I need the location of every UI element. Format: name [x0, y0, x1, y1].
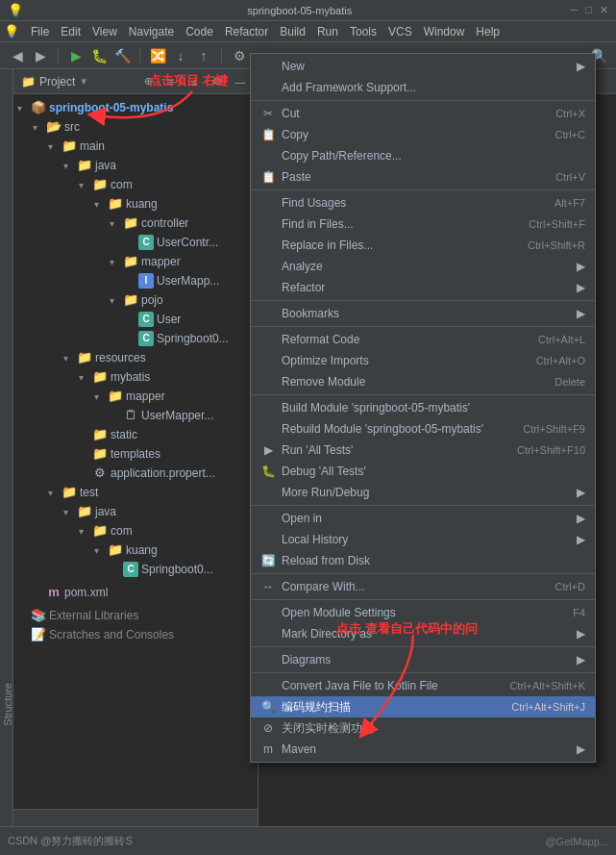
tree-item-mapper2[interactable]: ▾📁mapper	[13, 387, 258, 406]
cm-item-paste[interactable]: 📋PasteCtrl+V	[251, 166, 595, 188]
tree-item-user[interactable]: CUser	[13, 310, 258, 329]
project-dropdown-icon[interactable]: ▼	[79, 76, 88, 87]
cm-item-diagrams[interactable]: Diagrams▶	[251, 649, 595, 670]
cm-item-run-tests[interactable]: ▶Run 'All Tests'Ctrl+Shift+F10	[251, 440, 595, 461]
menu-item-view[interactable]: View	[86, 21, 123, 41]
cm-item-build-module[interactable]: Build Module 'springboot-05-mybatis'	[251, 397, 595, 418]
project-icon-settings[interactable]: ⚙	[208, 72, 227, 91]
cm-item-remove-module[interactable]: Remove ModuleDelete	[251, 371, 595, 392]
cm-item-find-usages[interactable]: Find UsagesAlt+F7	[251, 192, 595, 214]
tree-item-controller[interactable]: ▾📁controller	[13, 214, 258, 233]
tree-item-java[interactable]: ▾📁java	[13, 156, 258, 175]
cm-item-cut[interactable]: ✂CutCtrl+X	[251, 103, 595, 124]
tree-item-src[interactable]: ▾📂src	[13, 117, 258, 137]
tree-toggle[interactable]: ▾	[94, 391, 108, 402]
cm-item-analyze[interactable]: Analyze▶	[251, 256, 595, 277]
tree-item-pojo[interactable]: ▾📁pojo	[13, 290, 258, 310]
tree-item-testkuang[interactable]: ▾📁kuang	[13, 541, 258, 560]
menu-item-run[interactable]: Run	[311, 21, 344, 41]
tree-toggle[interactable]: ▾	[48, 141, 62, 152]
cm-item-compare-with[interactable]: ↔Compare With...Ctrl+D	[251, 576, 595, 597]
structure-sidebar[interactable]: Structure	[0, 69, 13, 826]
tree-item-mybatis[interactable]: ▾📁mybatis	[13, 367, 258, 387]
cm-item-code-scan[interactable]: 🔍编码规约扫描Ctrl+Alt+Shift+J	[251, 696, 595, 717]
tree-toggle[interactable]: ▾	[79, 372, 92, 383]
cm-item-reload-disk[interactable]: 🔄Reload from Disk	[251, 550, 595, 571]
tree-toggle[interactable]: ▾	[79, 526, 92, 537]
project-icon-minus[interactable]: —	[231, 72, 250, 91]
toolbar-back[interactable]: ◀	[8, 46, 27, 65]
toolbar-build[interactable]: 🔨	[112, 46, 132, 65]
toolbar-git[interactable]: 🔀	[148, 46, 167, 65]
toolbar-debug[interactable]: 🐛	[89, 46, 109, 65]
tree-toggle[interactable]: ▾	[63, 507, 77, 517]
cm-item-convert-kotlin[interactable]: Convert Java File to Kotlin FileCtrl+Alt…	[251, 675, 595, 696]
tree-item-pom[interactable]: mpom.xml	[13, 583, 258, 602]
toolbar-forward[interactable]: ▶	[31, 46, 50, 65]
cm-item-optimize-imports[interactable]: Optimize ImportsCtrl+Alt+O	[251, 350, 595, 371]
menu-item-refactor[interactable]: Refactor	[219, 21, 274, 41]
tree-item-springboot0[interactable]: CSpringboot0...	[13, 329, 258, 348]
tree-item-resources[interactable]: ▾📁resources	[13, 348, 258, 367]
cm-item-maven[interactable]: mMaven▶	[251, 739, 595, 760]
tree-item-usercontroller[interactable]: CUserContr...	[13, 233, 258, 252]
tree-item-templates[interactable]: 📁templates	[13, 444, 258, 464]
tree-item-scratches[interactable]: 📝Scratches and Consoles	[13, 625, 258, 644]
menu-item-navigate[interactable]: Navigate	[123, 21, 180, 41]
cm-item-copy-path[interactable]: Copy Path/Reference...	[251, 145, 595, 166]
tree-item-testclass[interactable]: CSpringboot0...	[13, 560, 258, 579]
cm-item-mark-directory[interactable]: Mark Directory as▶	[251, 623, 595, 644]
tree-item-kuang[interactable]: ▾📁kuang	[13, 194, 258, 214]
menu-item-build[interactable]: Build	[274, 21, 311, 41]
cm-item-add-framework[interactable]: Add Framework Support...	[251, 77, 595, 98]
cm-item-more-run[interactable]: More Run/Debug▶	[251, 482, 595, 503]
tree-toggle[interactable]: ▾	[94, 199, 108, 210]
tree-toggle[interactable]: ▾	[33, 122, 46, 133]
menu-item-window[interactable]: Window	[418, 21, 471, 41]
tree-toggle[interactable]: ▾	[79, 180, 92, 190]
menu-item-vcs[interactable]: VCS	[382, 21, 418, 41]
cm-item-replace-files[interactable]: Replace in Files...Ctrl+Shift+R	[251, 235, 595, 256]
cm-item-debug-tests[interactable]: 🐛Debug 'All Tests'	[251, 461, 595, 482]
tree-item-usermapper2[interactable]: 🗒UserMapper...	[13, 406, 258, 425]
tree-toggle[interactable]: ▾	[63, 353, 77, 364]
tree-toggle[interactable]: ▾	[110, 257, 123, 267]
tree-item-root[interactable]: ▾📦springboot-05-mybatis	[13, 98, 258, 117]
cm-item-open-in[interactable]: Open in▶	[251, 508, 595, 529]
tree-item-com[interactable]: ▾📁com	[13, 175, 258, 194]
tree-toggle[interactable]: ▾	[17, 103, 31, 113]
cm-item-copy[interactable]: 📋CopyCtrl+C	[251, 124, 595, 145]
tree-toggle[interactable]: ▾	[110, 295, 123, 306]
tree-item-testcom[interactable]: ▾📁com	[13, 521, 258, 541]
tree-item-usermapper[interactable]: IUserMapp...	[13, 271, 258, 290]
project-icon-2[interactable]: ≡	[161, 72, 181, 91]
cm-item-new[interactable]: New▶	[251, 56, 595, 77]
menu-item-edit[interactable]: Edit	[55, 21, 86, 41]
cm-item-bookmarks[interactable]: Bookmarks▶	[251, 303, 595, 324]
tree-item-testjava[interactable]: ▾📁java	[13, 502, 258, 521]
tree-item-extlib[interactable]: 📚External Libraries	[13, 606, 258, 625]
menu-item-code[interactable]: Code	[180, 21, 219, 41]
cm-item-rebuild-module[interactable]: Rebuild Module 'springboot-05-mybatis'Ct…	[251, 418, 595, 440]
project-icon-1[interactable]: ⊕	[138, 72, 158, 91]
cm-item-realtime[interactable]: ⊘关闭实时检测功能	[251, 717, 595, 739]
tree-toggle[interactable]: ▾	[94, 545, 108, 556]
cm-item-open-module[interactable]: Open Module SettingsF4	[251, 602, 595, 623]
cm-item-find-files[interactable]: Find in Files...Ctrl+Shift+F	[251, 214, 595, 235]
cm-item-local-history[interactable]: Local History▶	[251, 529, 595, 550]
tree-toggle[interactable]: ▾	[110, 218, 123, 229]
cm-item-refactor[interactable]: Refactor▶	[251, 277, 595, 298]
cm-item-reformat[interactable]: Reformat CodeCtrl+Alt+L	[251, 329, 595, 350]
tree-toggle[interactable]: ▾	[63, 161, 77, 171]
project-icon-3[interactable]: ≤	[185, 72, 204, 91]
tree-item-test[interactable]: ▾📁test	[13, 483, 258, 502]
tree-toggle[interactable]: ▾	[48, 488, 62, 498]
tree-item-static[interactable]: 📁static	[13, 425, 258, 444]
menu-item-file[interactable]: File	[25, 21, 55, 41]
tree-item-appprops[interactable]: ⚙application.propert...	[13, 464, 258, 483]
tree-item-mapper[interactable]: ▾📁mapper	[13, 252, 258, 271]
tree-item-main[interactable]: ▾📁main	[13, 137, 258, 156]
toolbar-update[interactable]: ↓	[171, 46, 190, 65]
menu-item-help[interactable]: Help	[470, 21, 505, 41]
toolbar-settings[interactable]: ⚙	[230, 46, 249, 65]
